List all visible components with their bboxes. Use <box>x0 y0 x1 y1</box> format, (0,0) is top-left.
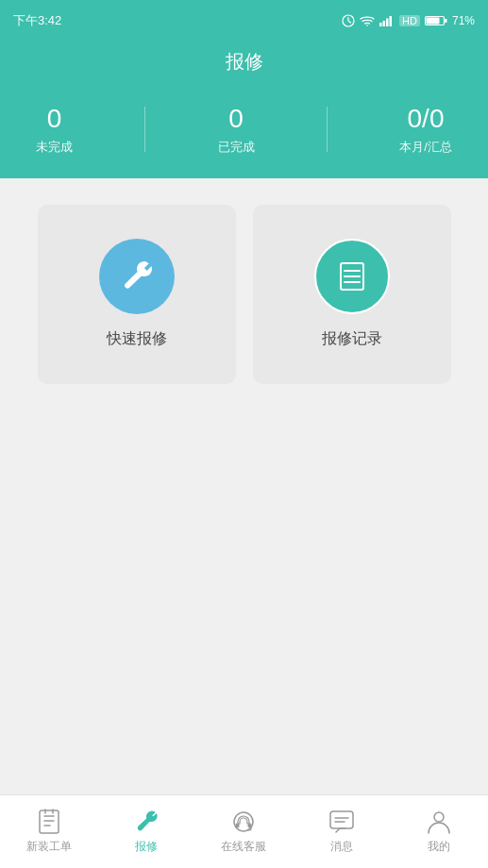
person-icon <box>426 809 452 835</box>
wrench-nav-icon <box>133 809 160 835</box>
stat-monthly: 0/0 本月/汇总 <box>399 103 452 156</box>
stat-incomplete: 0 未完成 <box>36 103 73 156</box>
status-icons: HD 71% <box>342 14 475 27</box>
page-header: 报修 <box>0 42 488 93</box>
quick-repair-icon-circle <box>99 239 175 314</box>
quick-repair-card[interactable]: 快速报修 <box>38 205 236 384</box>
svg-rect-3 <box>383 21 386 26</box>
svg-rect-5 <box>390 16 393 26</box>
status-bar: 下午3:42 HD 71% <box>0 0 488 42</box>
svg-rect-8 <box>426 18 439 25</box>
stat-complete-value: 0 <box>228 103 244 135</box>
repair-record-label: 报修记录 <box>322 329 382 349</box>
nav-label-repair: 报修 <box>135 839 158 855</box>
svg-point-14 <box>234 812 253 831</box>
bottom-nav: 新装工单 报修 在线客服 <box>0 794 488 868</box>
nav-item-new-work-order[interactable]: 新装工单 <box>16 809 82 855</box>
status-time: 下午3:42 <box>13 12 61 29</box>
svg-point-1 <box>366 25 368 26</box>
nav-label-new-work-order: 新装工单 <box>26 839 72 855</box>
battery-percent: 71% <box>452 14 475 27</box>
stat-monthly-label: 本月/汇总 <box>399 139 452 156</box>
svg-rect-16 <box>248 824 251 827</box>
stats-row: 0 未完成 0 已完成 0/0 本月/汇总 <box>0 93 488 178</box>
nav-item-online-service[interactable]: 在线客服 <box>210 809 277 855</box>
wifi-icon <box>360 15 375 26</box>
svg-rect-13 <box>40 810 59 833</box>
svg-rect-15 <box>236 824 239 827</box>
stat-incomplete-value: 0 <box>47 103 62 135</box>
nav-label-online-service: 在线客服 <box>221 839 266 855</box>
svg-rect-4 <box>386 19 389 27</box>
svg-rect-17 <box>330 811 353 828</box>
signal-icon <box>379 15 395 26</box>
chat-icon <box>328 809 355 835</box>
svg-rect-7 <box>445 19 447 23</box>
list-icon <box>331 256 373 297</box>
clock-icon <box>342 14 355 27</box>
nav-label-mine: 我的 <box>428 839 450 855</box>
svg-rect-2 <box>379 23 382 26</box>
quick-repair-label: 快速报修 <box>107 329 167 349</box>
wrench-icon <box>116 256 158 297</box>
page-title: 报修 <box>0 49 488 75</box>
cards-row: 快速报修 报修记录 <box>17 205 471 384</box>
stat-divider-2 <box>327 107 328 152</box>
stat-monthly-value: 0/0 <box>408 103 445 135</box>
battery-icon <box>425 15 447 26</box>
headset-icon <box>230 809 257 835</box>
stat-complete: 0 已完成 <box>218 103 255 156</box>
nav-item-messages[interactable]: 消息 <box>309 809 375 855</box>
document-icon <box>36 809 62 835</box>
nav-item-mine[interactable]: 我的 <box>406 809 472 855</box>
hd-badge: HD <box>399 15 420 26</box>
repair-record-icon-circle <box>314 239 390 314</box>
stat-incomplete-label: 未完成 <box>36 139 73 156</box>
svg-point-20 <box>434 812 444 822</box>
main-content: 快速报修 报修记录 <box>0 178 488 410</box>
repair-record-card[interactable]: 报修记录 <box>253 205 451 384</box>
nav-label-messages: 消息 <box>330 839 353 855</box>
nav-item-repair[interactable]: 报修 <box>113 809 179 855</box>
stat-complete-label: 已完成 <box>218 139 255 156</box>
stat-divider-1 <box>144 107 145 152</box>
